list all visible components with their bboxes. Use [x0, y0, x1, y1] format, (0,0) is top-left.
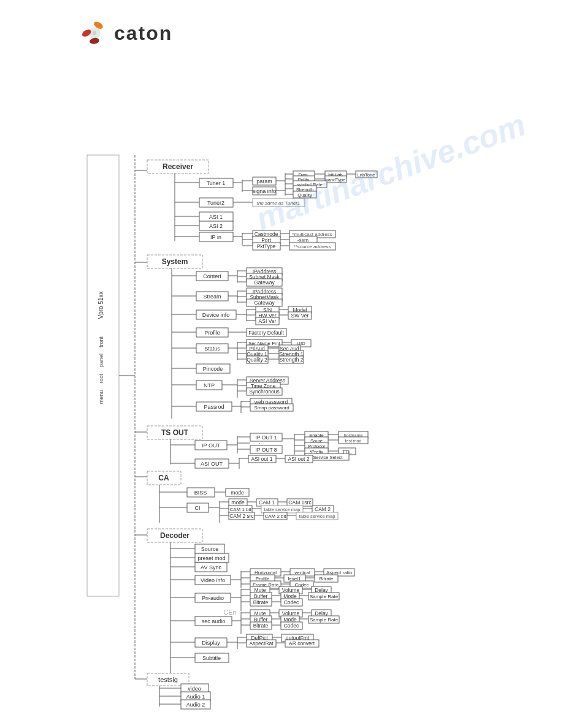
svg-text:Quality 2: Quality 2	[247, 357, 267, 363]
svg-text:table service map: table service map	[299, 514, 335, 519]
svg-text:ASI 1: ASI 1	[209, 214, 223, 220]
svg-text:Profile: Profile	[204, 330, 220, 336]
svg-text:Pincode: Pincode	[203, 366, 223, 372]
svg-text:BISS: BISS	[194, 490, 207, 496]
svg-text:**source address: **source address	[294, 244, 331, 249]
svg-text:PktType: PktType	[257, 243, 276, 249]
svg-text:LnbTone: LnbTone	[358, 172, 375, 178]
svg-text:mode: mode	[231, 499, 245, 506]
svg-text:AV Sync: AV Sync	[201, 564, 221, 571]
svg-text:Gateway: Gateway	[254, 300, 275, 306]
svg-text:ASI out 1: ASI out 1	[251, 456, 273, 462]
svg-text:NTP: NTP	[204, 382, 215, 389]
svg-text:menu: menu	[98, 390, 104, 404]
svg-text:ASI out 2: ASI out 2	[288, 456, 310, 462]
svg-text:ASI Ver: ASI Ver	[259, 318, 277, 324]
svg-text:IP OUT: IP OUT	[202, 442, 220, 449]
svg-text:Tuner2: Tuner2	[207, 200, 224, 206]
svg-text:test mod: test mod	[345, 439, 362, 443]
svg-text:IP OUT  1: IP OUT 1	[255, 434, 277, 441]
svg-text:testsig: testsig	[158, 676, 178, 683]
svg-text:CI: CI	[195, 505, 201, 511]
svg-text:TS OUT: TS OUT	[161, 428, 189, 437]
svg-text:CAM 1 bit: CAM 1 bit	[229, 507, 251, 512]
svg-text:Source: Source	[201, 546, 219, 552]
svg-text:CEn: CEn	[223, 609, 236, 616]
svg-text:System: System	[162, 257, 188, 266]
svg-text:Receiver: Receiver	[163, 162, 193, 171]
svg-text:table service map: table service map	[264, 507, 301, 512]
svg-text:Display: Display	[202, 640, 220, 646]
svg-text:Audio 1: Audio 1	[186, 694, 205, 700]
svg-text:Stream: Stream	[203, 294, 221, 300]
svg-text:*Service Select: *Service Select	[312, 455, 343, 460]
caton-logo-icon	[80, 18, 109, 48]
svg-text:bandType: bandType	[326, 177, 346, 183]
svg-point-3	[89, 37, 99, 45]
main-diagram-svg: Vpro 51xx front panel root menu Receiver…	[86, 60, 546, 710]
svg-text:Passrod: Passrod	[204, 404, 224, 410]
svg-text:front: front	[98, 336, 104, 347]
svg-text:Sample Rate: Sample Rate	[310, 617, 339, 623]
svg-text:mode: mode	[231, 490, 244, 496]
svg-text:Subtitle: Subtitle	[202, 655, 221, 661]
svg-text:CAM 2 bit: CAM 2 bit	[264, 514, 286, 519]
svg-text:IP in: IP in	[210, 234, 221, 240]
svg-text:Bitrate: Bitrate	[253, 623, 269, 629]
svg-text:ConterI: ConterI	[203, 273, 221, 279]
svg-text:Video info: Video info	[201, 577, 225, 583]
svg-text:CAM 2: CAM 2	[315, 506, 331, 512]
svg-text:IP OUT  8: IP OUT 8	[255, 447, 277, 453]
svg-text:AR convert: AR convert	[289, 640, 315, 646]
svg-text:Status: Status	[204, 346, 220, 352]
svg-text:AspectRat: AspectRat	[249, 640, 274, 646]
svg-point-5	[93, 31, 96, 35]
svg-text:Strength 2: Strength 2	[279, 357, 303, 363]
svg-text:Device info: Device info	[202, 312, 230, 318]
svg-text:signa info: signa info	[253, 188, 277, 194]
svg-text:Smnp password: Smnp password	[254, 405, 289, 411]
svg-text:CAM 1: CAM 1	[259, 499, 275, 506]
svg-text:Bitrate: Bitrate	[319, 576, 334, 582]
svg-text:preset mod: preset mod	[197, 555, 225, 561]
svg-text:CAM 2 src: CAM 2 src	[229, 513, 254, 519]
svg-text:Factory Default: Factory Default	[248, 330, 284, 336]
svg-text:Decoder: Decoder	[160, 531, 190, 540]
svg-text:CAM 1src: CAM 1src	[288, 499, 312, 506]
svg-text:Codec: Codec	[284, 599, 299, 605]
svg-text:Tuner 1: Tuner 1	[207, 180, 226, 186]
svg-text:panel: panel	[98, 354, 104, 367]
svg-text:Gateway: Gateway	[254, 279, 275, 286]
svg-text:Quality: Quality	[297, 192, 312, 198]
svg-text:ASI OUT: ASI OUT	[201, 461, 223, 467]
svg-text:Vpro 51xx: Vpro 51xx	[98, 291, 104, 319]
svg-text:Audio 2: Audio 2	[186, 702, 205, 708]
svg-text:the same as Tuner1: the same as Tuner1	[257, 200, 301, 206]
svg-text:root: root	[98, 374, 104, 384]
svg-text:video: video	[188, 686, 201, 692]
svg-text:Pri-audio: Pri-audio	[202, 595, 224, 601]
svg-text:ASI 2: ASI 2	[209, 223, 223, 229]
svg-text:param: param	[256, 178, 272, 184]
logo-area: caton	[0, 0, 563, 60]
svg-text:Sample Rate: Sample Rate	[310, 594, 339, 599]
svg-text:Synchronous: Synchronous	[249, 389, 280, 395]
svg-text:sec audio: sec audio	[202, 618, 226, 624]
svg-text:Codec: Codec	[284, 623, 299, 629]
logo-text: caton	[114, 22, 172, 45]
svg-text:Bitrate: Bitrate	[253, 599, 269, 605]
svg-text:SW Ver: SW Ver	[291, 313, 309, 319]
svg-text:CA: CA	[158, 474, 169, 482]
